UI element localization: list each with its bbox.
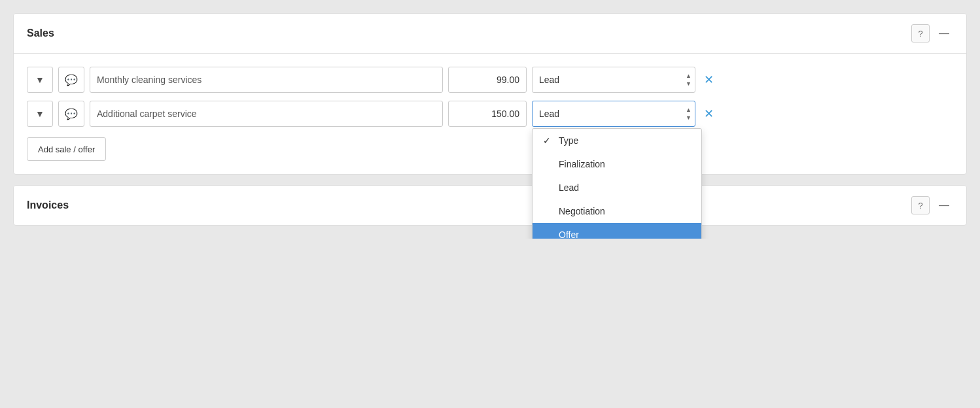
- row1-service-input[interactable]: [90, 67, 443, 93]
- chevron-down-icon: ▼: [35, 109, 44, 119]
- row1-type-select[interactable]: Lead: [532, 67, 695, 93]
- sales-body: ▼ 💬 Lead ▲ ▼ ✕: [14, 54, 966, 174]
- type-dropdown: ✓ Type Finalization Lead: [532, 128, 702, 239]
- sales-title: Sales: [27, 27, 54, 39]
- sales-help-button[interactable]: ?: [911, 24, 930, 42]
- chevron-down-icon: ▼: [35, 75, 44, 85]
- row2-type-select[interactable]: Lead: [532, 101, 695, 127]
- invoices-header: Invoices ? —: [14, 186, 966, 225]
- dropdown-label-finalization: Finalization: [559, 159, 605, 169]
- row2-service-input[interactable]: [90, 101, 443, 127]
- row2-expand-button[interactable]: ▼: [27, 101, 53, 127]
- close-icon: ✕: [704, 73, 714, 87]
- dropdown-label-negotiation: Negotiation: [559, 206, 605, 216]
- invoices-help-button[interactable]: ?: [911, 196, 930, 214]
- dropdown-label-type: Type: [559, 135, 578, 146]
- sales-header-actions: ? —: [911, 24, 953, 42]
- comment-icon: 💬: [65, 74, 78, 86]
- row1-type-wrapper: Lead ▲ ▼: [532, 67, 695, 93]
- row2-comment-button[interactable]: 💬: [58, 101, 84, 127]
- add-sale-label: Add sale / offer: [38, 144, 95, 154]
- sale-row-1: ▼ 💬 Lead ▲ ▼ ✕: [27, 67, 953, 93]
- row2-delete-button[interactable]: ✕: [701, 106, 716, 122]
- check-icon: ✓: [543, 135, 553, 146]
- sales-collapse-button[interactable]: —: [935, 24, 953, 42]
- row1-delete-button[interactable]: ✕: [701, 72, 716, 88]
- row2-amount-input[interactable]: [448, 101, 527, 127]
- sales-section: Sales ? — ▼ 💬: [13, 13, 967, 175]
- dropdown-item-offer[interactable]: Offer: [533, 223, 701, 239]
- comment-icon: 💬: [65, 108, 78, 120]
- add-sale-button[interactable]: Add sale / offer: [27, 137, 106, 161]
- invoices-collapse-button[interactable]: —: [935, 196, 953, 214]
- row1-comment-button[interactable]: 💬: [58, 67, 84, 93]
- row2-type-wrapper: Lead ▲ ▼ ✓ Type Finalizat: [532, 101, 695, 127]
- dropdown-item-lead[interactable]: Lead: [533, 176, 701, 199]
- sales-header: Sales ? —: [14, 14, 966, 54]
- dropdown-item-finalization[interactable]: Finalization: [533, 152, 701, 176]
- invoices-title: Invoices: [27, 199, 69, 211]
- sale-row-2: ▼ 💬 Lead ▲ ▼: [27, 101, 953, 127]
- dropdown-item-type[interactable]: ✓ Type: [533, 129, 701, 152]
- dropdown-item-negotiation[interactable]: Negotiation: [533, 199, 701, 223]
- row1-amount-input[interactable]: [448, 67, 527, 93]
- row1-expand-button[interactable]: ▼: [27, 67, 53, 93]
- invoices-header-actions: ? —: [911, 196, 953, 214]
- dropdown-label-lead: Lead: [559, 182, 579, 193]
- close-icon: ✕: [704, 107, 714, 121]
- dropdown-label-offer: Offer: [559, 230, 579, 239]
- invoices-section: Invoices ? —: [13, 185, 967, 226]
